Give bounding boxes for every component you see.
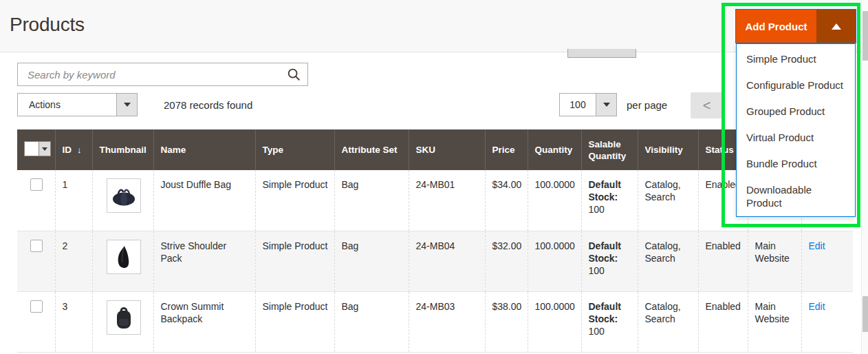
chevron-down-icon	[42, 147, 47, 151]
page-title: Products	[10, 14, 85, 36]
cell-type: Simple Product	[255, 231, 334, 291]
cell-quantity: 100.0000	[528, 231, 581, 291]
vertical-scrollbar[interactable]	[861, 0, 868, 354]
cell-visibility: Catalog, Search	[638, 170, 698, 231]
cell-sku: 24-MB04	[409, 231, 485, 291]
cell-sku: 24-MB01	[409, 170, 485, 231]
cell-websites: Main Website	[748, 291, 801, 352]
menu-item-virtual-product[interactable]: Virtual Product	[737, 125, 855, 151]
select-all-checkbox[interactable]	[25, 142, 39, 156]
per-page-value: 100	[560, 94, 596, 116]
cell-id: 1	[55, 170, 92, 231]
column-header-type[interactable]: Type	[255, 129, 334, 170]
menu-item-simple-product[interactable]: Simple Product	[737, 46, 855, 72]
cell-salable-quantity: Default Stock: 100	[581, 291, 638, 352]
products-grid: ID↓ Thumbnail Name Type Attribute Set SK…	[17, 129, 853, 353]
select-all-toggle[interactable]	[39, 142, 50, 156]
cell-attribute-set: Bag	[334, 291, 409, 352]
cell-status: Enabled	[698, 231, 748, 291]
caret-up-icon	[832, 23, 841, 30]
column-header-visibility[interactable]: Visibility	[638, 129, 698, 170]
cell-attribute-set: Bag	[334, 231, 409, 291]
row-checkbox[interactable]	[30, 178, 43, 191]
menu-item-bundle-product[interactable]: Bundle Product	[737, 151, 855, 177]
per-page-label: per page	[627, 99, 667, 111]
cell-price: $38.00	[485, 291, 528, 352]
table-row: 3 Crown Summit Backpack Simple Product B…	[17, 291, 853, 352]
chevron-down-icon	[603, 103, 610, 107]
table-row: 1 Joust Duffle Bag Simple Product Bag 24…	[17, 170, 853, 231]
cell-websites: Main Website	[748, 231, 801, 291]
menu-item-grouped-product[interactable]: Grouped Product	[737, 98, 855, 125]
cell-type: Simple Product	[255, 170, 334, 231]
cell-price: $34.00	[485, 170, 528, 231]
column-header-sku[interactable]: SKU	[409, 129, 485, 170]
products-admin-page: Products Actions 2078 records found 100 …	[0, 0, 868, 354]
cell-name: Strive Shoulder Pack	[153, 231, 255, 291]
cell-salable-quantity: Default Stock: 100	[581, 170, 638, 231]
actions-dropdown-label: Actions	[18, 94, 116, 116]
cell-quantity: 100.0000	[528, 291, 581, 352]
row-checkbox[interactable]	[30, 300, 43, 313]
scrollbar-thumb[interactable]	[862, 296, 868, 332]
column-header-name[interactable]: Name	[153, 129, 255, 170]
cell-name: Joust Duffle Bag	[153, 170, 255, 231]
cell-visibility: Catalog, Search	[638, 291, 698, 352]
edit-link[interactable]: Edit	[809, 240, 825, 251]
select-all-header	[17, 129, 55, 170]
scrollbar-thumb[interactable]	[862, 11, 868, 61]
cell-visibility: Catalog, Search	[638, 231, 698, 291]
search-input[interactable]	[17, 63, 308, 86]
add-product-button[interactable]: Add Product	[735, 9, 856, 43]
actions-dropdown[interactable]: Actions	[17, 93, 138, 116]
cell-type: Simple Product	[255, 291, 334, 352]
cell-id: 2	[55, 231, 92, 291]
per-page-toggle[interactable]	[596, 94, 616, 116]
row-checkbox[interactable]	[30, 240, 43, 252]
cell-id: 3	[55, 291, 92, 352]
edit-link[interactable]: Edit	[809, 301, 825, 312]
chevron-left-icon: <	[703, 98, 711, 113]
cell-attribute-set: Bag	[334, 170, 409, 231]
chevron-down-icon	[124, 103, 131, 107]
column-header-salable-quantity[interactable]: Salable Quantity	[581, 129, 638, 170]
search-icon[interactable]	[286, 67, 301, 85]
cell-salable-quantity: Default Stock: 100	[581, 231, 638, 291]
clipped-toolbar-button[interactable]	[567, 49, 636, 58]
column-header-id[interactable]: ID↓	[55, 129, 92, 170]
per-page-select[interactable]: 100	[559, 93, 617, 116]
menu-item-configurable-product[interactable]: Configurable Product	[737, 72, 855, 98]
cell-status: Enabled	[698, 291, 748, 352]
product-thumbnail-duffle-bag	[107, 178, 141, 213]
add-product-label[interactable]: Add Product	[736, 10, 816, 43]
table-row: 2 Strive Shoulder Pack Simple Product Ba…	[17, 231, 853, 291]
column-header-thumbnail[interactable]: Thumbnail	[92, 129, 153, 170]
cell-sku: 24-MB03	[409, 291, 485, 352]
select-all-control[interactable]	[24, 141, 51, 156]
add-product-menu: Simple Product Configurable Product Grou…	[736, 43, 856, 217]
column-header-quantity[interactable]: Quantity	[528, 129, 581, 170]
records-count: 2078 records found	[164, 99, 252, 111]
sort-descending-icon: ↓	[77, 145, 82, 155]
keyword-search	[17, 63, 308, 86]
cell-quantity: 100.0000	[528, 170, 581, 231]
product-thumbnail-backpack	[107, 300, 141, 335]
column-header-price[interactable]: Price	[485, 129, 528, 170]
product-thumbnail-shoulder-pack	[107, 240, 141, 274]
add-product-toggle[interactable]	[816, 10, 856, 43]
cell-name: Crown Summit Backpack	[153, 291, 255, 352]
grid-header-row: ID↓ Thumbnail Name Type Attribute Set SK…	[17, 129, 853, 170]
previous-page-button[interactable]: <	[691, 92, 723, 118]
menu-item-downloadable-product[interactable]: Downloadable Product	[737, 177, 855, 216]
column-header-attribute-set[interactable]: Attribute Set	[334, 129, 409, 170]
actions-dropdown-toggle[interactable]	[116, 94, 137, 116]
cell-price: $32.00	[485, 231, 528, 291]
